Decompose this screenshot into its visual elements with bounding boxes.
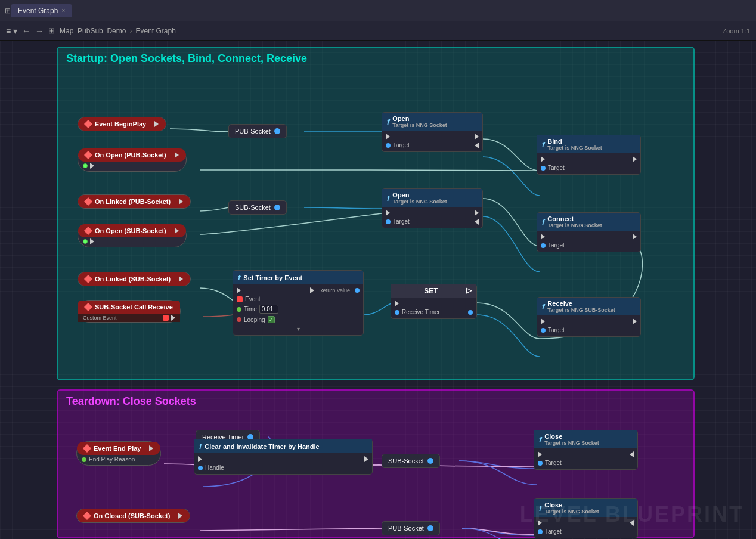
pub-socket-var2-node[interactable]: PUB-Socket (382, 521, 440, 535)
func-icon4: f (542, 218, 544, 227)
target-in-pin (386, 143, 391, 148)
bind-title: Bind (547, 138, 602, 145)
sub-socket-var2-label: SUB-Socket (388, 457, 424, 464)
open-node-2[interactable]: f Open Target is NNG Socket Target (382, 188, 483, 228)
pub-socket-var-node[interactable]: PUB-Socket (228, 124, 287, 138)
target-in-pin3 (541, 166, 546, 171)
breadcrumb-graph[interactable]: Event Graph (135, 27, 175, 35)
looping-label: Looping (244, 317, 265, 323)
handle-label: Handle (205, 464, 224, 471)
nav-bar: ≡ ▾ ← → ⊞ Map_PubSub_Demo › Event Graph … (0, 21, 756, 41)
exec-out-tri8 (625, 451, 634, 457)
on-linked-pub-node[interactable]: On Linked (PUB-Socket) (78, 194, 191, 209)
target-row6: Target (534, 459, 637, 467)
connect-sub: Target is NNG Socket (547, 222, 602, 228)
expand-icon: ▾ (233, 324, 363, 333)
on-open-sub-label: On Open (SUB-Socket) (95, 227, 166, 234)
target-in-pin4 (541, 243, 546, 248)
func-icon7: f (199, 442, 202, 451)
on-linked-sub-label: On Linked (SUB-Socket) (95, 275, 171, 283)
sub-socket-call-receive-node[interactable]: SUB-Socket Call Receive Custom Event (78, 300, 181, 323)
breadcrumb-map[interactable]: Map_PubSub_Demo (60, 27, 126, 35)
target-label3: Target (548, 165, 565, 171)
exec-in-row6 (537, 317, 640, 326)
return-pin (355, 288, 360, 293)
target-row4: Target (537, 241, 640, 250)
exec-in-row4 (537, 233, 640, 241)
set-timer-node[interactable]: f Set Timer by Event Return Value Event … (233, 270, 364, 336)
time-label: Time (244, 306, 257, 312)
event-diamond4 (84, 227, 92, 235)
sub-socket-var-label: SUB-Socket (235, 204, 271, 211)
red-pin (163, 315, 169, 321)
connect-node[interactable]: f Connect Target is NNG Socket Target (537, 212, 641, 252)
handle-in-pin (198, 466, 203, 470)
target-row2: Target (382, 217, 482, 226)
event-label: Event (245, 296, 261, 302)
event-graph-tab[interactable]: Event Graph × (11, 4, 72, 17)
sub-socket-var2-node[interactable]: SUB-Socket (382, 454, 440, 468)
breadcrumb: Map_PubSub_Demo › Event Graph (60, 27, 176, 35)
on-closed-sub-node[interactable]: On Closed (SUB-Socket) (76, 509, 190, 523)
set-val-out (468, 310, 473, 315)
on-linked-sub-node[interactable]: On Linked (SUB-Socket) (78, 272, 191, 286)
app-icon: ⊞ (5, 7, 11, 15)
on-closed-sub-label: On Closed (SUB-Socket) (94, 512, 170, 519)
exec-out8 (171, 315, 175, 321)
open2-title: Open (392, 191, 447, 199)
receive-title: Receive (547, 300, 615, 307)
exec-in-tri3 (541, 156, 545, 162)
event-end-play-node[interactable]: Event End Play End Play Reason (76, 441, 161, 466)
exec-out10 (178, 513, 182, 519)
exec-out6 (90, 238, 94, 244)
looping-checkbox[interactable]: ✓ (268, 316, 275, 323)
exec-out4 (179, 199, 183, 205)
receive-node[interactable]: f Receive Target is NNG SUB-Socket Targe… (537, 297, 641, 337)
blueprint-canvas[interactable]: Startup: Open Sockets, Bind, Connect, Re… (0, 41, 756, 539)
nav-menu-button[interactable]: ≡ ▾ (6, 26, 17, 36)
tab-close-button[interactable]: × (61, 7, 65, 14)
exec-in-tri7 (198, 456, 202, 462)
set-header: SET ▷ (391, 284, 476, 298)
target-label2: Target (393, 218, 410, 225)
connect-title: Connect (547, 215, 602, 222)
target-label5: Target (548, 327, 565, 333)
set-title: SET (424, 287, 438, 295)
ret-val-pin2 (470, 219, 479, 225)
set-val-row: Receive Timer (391, 308, 476, 317)
on-open-pub-label: On Open (PUB-Socket) (95, 151, 166, 159)
clear-timer-node[interactable]: f Clear and Invalidate Timer by Handle H… (194, 439, 373, 475)
open-node-1[interactable]: f Open Target is NNG Socket Target (382, 112, 483, 152)
startup-title: Startup: Open Sockets, Bind, Connect, Re… (66, 52, 307, 65)
event-end-play-label: Event End Play (94, 445, 141, 452)
set-node[interactable]: SET ▷ Receive Timer (391, 284, 477, 319)
exec-in-tri4 (541, 234, 545, 240)
exec-out-tri4 (633, 234, 637, 240)
target-row: Target (382, 141, 482, 150)
close1-title: Close (544, 433, 599, 440)
func-icon6: f (542, 302, 544, 311)
exec-in-tri (386, 134, 390, 140)
on-open-pub-node[interactable]: On Open (PUB-Socket) (78, 148, 187, 172)
target-label1: Target (393, 142, 410, 148)
nav-forward-button[interactable]: → (35, 26, 44, 36)
func-icon2: f (387, 194, 389, 203)
time-input[interactable] (259, 305, 278, 314)
nav-back-button[interactable]: ← (22, 26, 30, 36)
on-open-sub-node[interactable]: On Open (SUB-Socket) (78, 224, 187, 247)
sub-socket-var-node[interactable]: SUB-Socket (228, 200, 287, 215)
exec-in-tri5 (237, 287, 241, 293)
pin-row3: End Play Reason (77, 455, 160, 465)
bind-node[interactable]: f Bind Target is NNG Socket Target (537, 135, 641, 175)
time-in-pin (237, 307, 241, 312)
event-diamond3 (84, 197, 92, 206)
exec-out-tri (475, 134, 479, 140)
return-value-label: Return Value (319, 287, 350, 293)
var-out-pin2 (274, 205, 280, 210)
close-node-1[interactable]: f Close Target is NNG Socket Target (534, 430, 638, 470)
exec-out-pin (154, 121, 159, 127)
top-bar: ⊞ Event Graph × (0, 0, 756, 21)
event-begin-play-node[interactable]: Event BeginPlay (78, 117, 166, 131)
blueprint-icon: ⊞ (48, 26, 55, 35)
watermark: LEVEL BLUEPRINT (520, 502, 744, 527)
